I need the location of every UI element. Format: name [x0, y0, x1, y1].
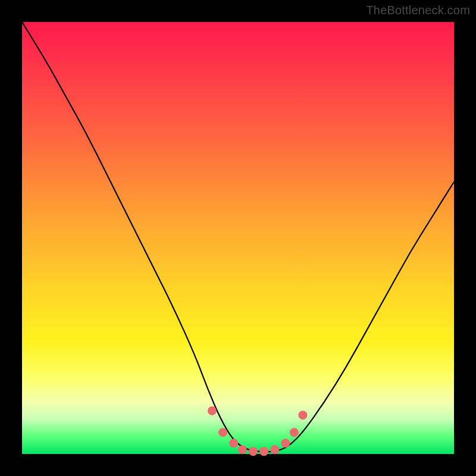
bottleneck-chart	[22, 22, 454, 454]
bottleneck-curve-line	[22, 22, 454, 452]
curve-marker	[259, 447, 268, 456]
outer-frame: TheBottleneck.com	[0, 0, 476, 476]
curve-marker	[218, 428, 227, 437]
curve-marker	[208, 406, 217, 415]
curve-marker	[281, 439, 290, 447]
watermark-text: TheBottleneck.com	[366, 4, 470, 17]
curve-marker	[298, 411, 307, 419]
curve-marker	[249, 447, 258, 456]
curve-markers	[208, 406, 307, 456]
curve-marker	[229, 439, 238, 447]
curve-marker	[238, 445, 247, 454]
curve-marker	[270, 445, 279, 454]
curve-marker	[290, 428, 299, 437]
